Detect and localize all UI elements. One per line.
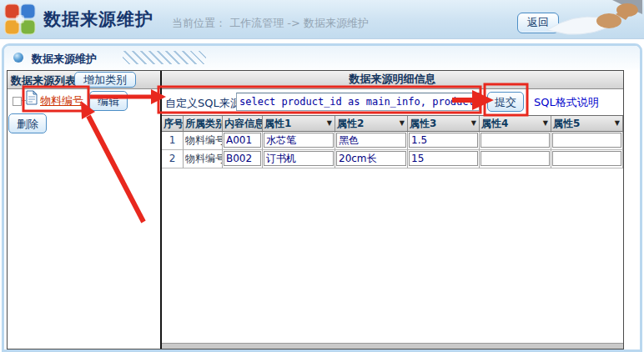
handshake-image — [536, 0, 644, 38]
dropdown-arrow-icon[interactable]: ▼ — [400, 120, 405, 127]
attr3-value[interactable]: 1.5 — [409, 133, 478, 148]
table-cell: 黑色 — [335, 132, 408, 150]
table-cell: 水芯笔 — [263, 132, 335, 150]
bullet-sphere-icon — [13, 53, 23, 63]
table-cell: B002 — [223, 150, 263, 168]
edit-button[interactable]: 编辑 — [89, 91, 128, 111]
column-header-label: 属性2 — [337, 116, 364, 131]
document-icon — [26, 90, 38, 105]
table-cell: 订书机 — [263, 150, 335, 168]
table-cell — [480, 132, 551, 150]
app-logo-icon — [4, 3, 36, 35]
page-title: 数据来源维护 — [43, 8, 153, 31]
table-cell — [480, 150, 551, 168]
dropdown-arrow-icon[interactable]: ▼ — [543, 120, 548, 127]
source-list-pane: 数据来源列表 增加类别 物料编号 编辑 删除 — [8, 71, 160, 349]
source-list-title: 数据来源列表 — [11, 73, 76, 88]
tree-row: 物料编号 编辑 — [8, 90, 160, 112]
dropdown-arrow-icon[interactable]: ▼ — [471, 120, 476, 127]
table-cell: A001 — [223, 132, 263, 150]
dropdown-arrow-icon[interactable]: ▼ — [327, 120, 332, 127]
attr1-value[interactable]: 水芯笔 — [264, 133, 334, 148]
sql-format-help-link[interactable]: SQL格式说明 — [534, 95, 599, 110]
attr3-value[interactable]: 15 — [409, 151, 478, 166]
column-header-label: 属性3 — [410, 116, 436, 131]
table-cell-seq: 1 — [162, 132, 184, 150]
column-header-label: 属性1 — [264, 116, 291, 131]
attr4-value[interactable] — [480, 151, 550, 166]
sql-source-label: 自定义SQL来源: — [165, 96, 244, 111]
column-header-attr3[interactable]: 属性3 ▼ — [408, 116, 480, 132]
tree-node-icon[interactable] — [13, 97, 22, 106]
table-cell: 15 — [408, 150, 480, 168]
attr2-value[interactable]: 20cm长 — [336, 151, 406, 166]
table-cell: 20cm长 — [335, 150, 408, 168]
attr5-value[interactable] — [552, 133, 621, 148]
delete-button[interactable]: 删除 — [8, 113, 47, 133]
table-cell — [551, 132, 623, 150]
column-header-content: 内容信息 — [223, 116, 263, 132]
content-value[interactable]: A001 — [224, 133, 261, 148]
column-header-attr1[interactable]: 属性1 ▼ — [263, 116, 335, 132]
column-header-attr5[interactable]: 属性5 ▼ — [551, 116, 623, 132]
column-header-seq: 序号 — [162, 116, 184, 132]
column-header-label: 属性5 — [553, 116, 580, 131]
panel-header: 数据来源维护 — [4, 46, 640, 70]
detail-header: 数据来源明细信息 — [162, 71, 623, 89]
table-cell: 1.5 — [408, 132, 480, 150]
horizontal-scrollbar[interactable] — [162, 343, 623, 349]
attr1-value[interactable]: 订书机 — [264, 151, 334, 166]
content-area: 数据来源列表 增加类别 物料编号 编辑 删除 — [7, 70, 624, 349]
add-category-button[interactable]: 增加类别 — [74, 72, 136, 88]
attribute-table: 序号 所属类别 内容信息 属性1 ▼ 属性2 ▼ 属性3 ▼ — [162, 115, 623, 168]
table-cell-category: 物料编号 — [184, 150, 223, 168]
column-header-attr4[interactable]: 属性4 ▼ — [480, 116, 551, 132]
dropdown-arrow-icon[interactable]: ▼ — [615, 120, 620, 127]
table-cell — [551, 150, 623, 168]
column-header-label: 属性4 — [481, 116, 508, 131]
attr5-value[interactable] — [552, 151, 621, 166]
table-cell-category: 物料编号 — [184, 132, 223, 150]
submit-button[interactable]: 提交 — [487, 92, 524, 112]
page: 数据来源维护 当前位置： 工作流管理 -> 数据来源维护 返回 数据来源维护 数… — [0, 0, 644, 352]
attr4-value[interactable] — [480, 133, 550, 148]
main-panel: 数据来源维护 数据来源列表 增加类别 — [2, 43, 642, 352]
top-banner: 数据来源维护 当前位置： 工作流管理 -> 数据来源维护 返回 — [0, 0, 644, 39]
table-cell-seq: 2 — [162, 150, 184, 168]
tree-item-material-number[interactable]: 物料编号 — [40, 93, 83, 108]
panel-title: 数据来源维护 — [32, 52, 97, 67]
source-list-header: 数据来源列表 增加类别 — [8, 71, 160, 89]
sql-input[interactable] — [236, 93, 480, 111]
column-header-category: 所属类别 — [184, 116, 223, 132]
sql-source-row: 自定义SQL来源: 提交 SQL格式说明 — [162, 89, 623, 115]
attr2-value[interactable]: 黑色 — [336, 133, 406, 148]
decorative-stripes — [123, 51, 206, 64]
breadcrumb: 当前位置： 工作流管理 -> 数据来源维护 — [172, 16, 369, 31]
content-value[interactable]: B002 — [224, 151, 261, 166]
column-header-attr2[interactable]: 属性2 ▼ — [335, 116, 408, 132]
detail-pane: 数据来源明细信息 自定义SQL来源: 提交 SQL格式说明 序号 所属类别 内容… — [162, 71, 623, 349]
